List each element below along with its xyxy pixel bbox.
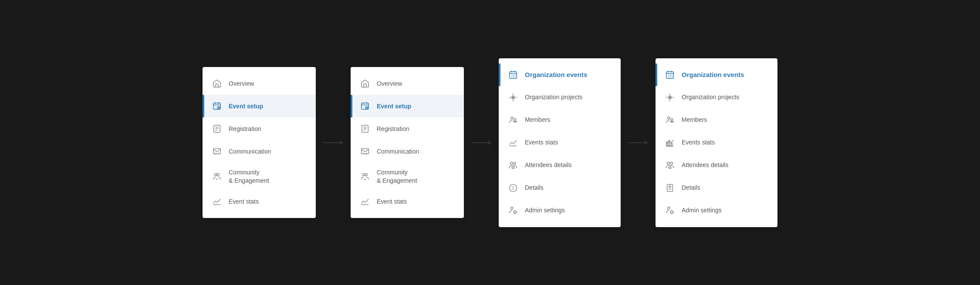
sidebar4-item-org-projects[interactable]: Organization projects [656,86,777,109]
sidebar4-item-attendees-label: Attendees details [682,161,728,169]
sidebar4-item-admin[interactable]: Admin settings [656,199,777,222]
panel-3: Organization events Organization project… [499,58,621,227]
svg-point-61 [668,117,670,119]
sidebar3-item-org-projects-label: Organization projects [525,93,582,101]
arrow-3 [621,136,656,149]
svg-rect-44 [512,167,514,168]
sidebar-item-event-setup[interactable]: Event setup [203,95,316,117]
attendees-icon-4 [664,160,676,171]
sidebar2-item-registration-label: Registration [377,125,409,133]
svg-rect-65 [669,140,670,146]
svg-point-75 [668,207,670,209]
svg-point-69 [667,162,670,164]
sidebar2-item-overview[interactable]: Overview [351,72,464,95]
sidebar3-item-events-stats[interactable]: Events stats [499,131,621,154]
stats-icon-2 [359,196,371,207]
sidebar-item-communication[interactable]: Communication [203,140,316,163]
sidebar4-item-admin-label: Admin settings [682,206,722,214]
sidebar4-item-members-label: Members [682,116,707,124]
sidebar4-item-details-label: Details [682,184,700,191]
panel-1: Overview Event setup [203,67,316,218]
members-icon-4 [664,114,676,126]
svg-rect-21 [362,149,369,154]
communication-icon [211,146,223,157]
sidebar2-item-registration[interactable]: Registration [351,117,464,140]
sidebar4-item-org-events-label: Organization events [682,70,744,79]
sidebar3-item-attendees[interactable]: Attendees details [499,154,621,177]
svg-point-23 [365,173,368,176]
sidebar2-item-overview-label: Overview [377,80,402,87]
sidebar3-item-members-label: Members [525,116,550,124]
events-stats-icon [507,137,519,148]
sidebar-item-overview[interactable]: Overview [203,72,316,95]
svg-marker-13 [340,141,343,145]
sidebar2-item-community[interactable]: Community& Engagement [351,163,464,190]
svg-point-43 [514,162,516,164]
sidebar3-item-members[interactable]: Members [499,109,621,131]
sidebar4-item-members[interactable]: Members [656,109,777,131]
sidebar3-item-details[interactable]: Details [499,177,621,199]
sidebar4-item-attendees[interactable]: Attendees details [656,154,777,177]
sidebar-item-event-stats[interactable]: Event stats [203,190,316,213]
details-icon [507,182,519,194]
org-projects-icon [507,92,519,103]
sidebar3-item-org-events[interactable]: Organization events [499,64,621,86]
sidebar4-item-events-stats[interactable]: Events stats [656,131,777,154]
svg-point-60 [669,97,671,98]
registration-icon [211,123,223,134]
sidebar-item-community[interactable]: Community& Engagement [203,163,316,190]
sidebar-item-event-setup-label: Event setup [229,102,263,110]
sidebar3-item-details-label: Details [525,184,544,191]
home-icon [211,78,223,89]
svg-point-37 [512,97,514,98]
sidebar3-item-events-stats-label: Events stats [525,138,558,146]
community-icon [211,171,223,182]
svg-point-73 [669,185,671,188]
sidebar4-item-details[interactable]: Details [656,177,777,199]
sidebar4-item-org-projects-label: Organization projects [682,93,739,101]
svg-rect-7 [213,149,221,154]
svg-rect-66 [671,143,672,145]
sidebar3-item-attendees-label: Attendees details [525,161,571,169]
svg-point-76 [671,211,673,213]
sidebar3-item-org-projects[interactable]: Organization projects [499,86,621,109]
panel-2: Overview Event setup [351,67,464,218]
sidebar2-item-event-setup[interactable]: Event setup [351,95,464,117]
svg-point-9 [217,173,220,176]
details-icon-4 [664,182,676,194]
event-setup-icon [211,101,223,112]
svg-point-62 [671,118,673,120]
sidebar3-item-org-events-label: Organization events [525,70,587,79]
events-stats-icon-4 [664,137,676,148]
sidebar-item-registration[interactable]: Registration [203,117,316,140]
stage: Overview Event setup [189,50,791,236]
sidebar-item-overview-label: Overview [229,80,254,87]
svg-rect-40 [514,121,517,122]
org-events-icon [507,69,519,80]
sidebar2-item-event-stats-label: Event stats [377,198,407,205]
members-icon [507,114,519,126]
sidebar2-item-event-stats[interactable]: Event stats [351,190,464,213]
arrow-1 [316,136,351,149]
svg-marker-27 [488,141,491,145]
svg-point-70 [670,162,673,164]
communication-icon-2 [359,146,371,157]
admin-icon [507,205,519,216]
sidebar-item-registration-label: Registration [229,125,261,133]
sidebar2-item-event-setup-label: Event setup [377,102,411,110]
registration-icon-2 [359,123,371,134]
svg-point-22 [363,173,365,176]
svg-point-47 [511,207,514,209]
attendees-icon [507,160,519,171]
sidebar2-item-communication-label: Communication [377,148,419,155]
svg-point-46 [513,186,514,187]
admin-icon-4 [664,205,676,216]
sidebar4-item-org-events[interactable]: Organization events [656,64,777,86]
sidebar2-item-communication[interactable]: Communication [351,140,464,163]
sidebar-item-event-stats-label: Event stats [229,198,259,205]
svg-point-8 [215,173,217,176]
panel-4: Organization events Organization project… [656,58,777,227]
sidebar3-item-admin[interactable]: Admin settings [499,199,621,222]
sidebar4-item-events-stats-label: Events stats [682,138,715,146]
community-icon-2 [359,171,371,182]
